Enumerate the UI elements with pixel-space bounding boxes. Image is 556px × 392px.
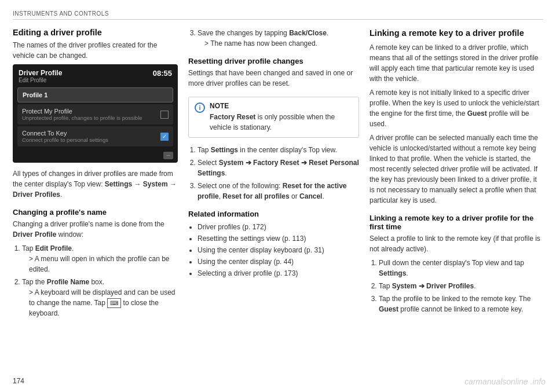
protect-profile-sub: Unprotected profile, changes to profile …	[22, 115, 142, 121]
related-info-list: Driver profiles (p. 172) Resetting the s…	[188, 222, 359, 279]
related-info-title: Related information	[188, 210, 359, 218]
linking-steps: Pull down the center display's Top view …	[370, 258, 543, 314]
linking-first-time-section: Linking a remote key to a driver profile…	[370, 214, 543, 314]
step-1-sub: A menu will open in which the profile ca…	[22, 254, 178, 274]
reset-steps: Tap Settings in the center display's Top…	[188, 145, 359, 202]
factory-reset-bold: Factory Reset	[210, 113, 255, 121]
changing-profile-title: Changing a profile's name	[13, 208, 178, 217]
page-header: INSTRUMENTS AND CONTROLS	[13, 10, 543, 20]
resetting-title: Resetting driver profile changes	[188, 57, 359, 65]
linking-body-3: A driver profile can be selected manuall…	[370, 133, 543, 206]
driver-profile-link: Driver Profile	[13, 230, 56, 239]
reset-step-1: Tap Settings in the center display's Top…	[197, 145, 359, 155]
left-column: Editing a driver profile The names of th…	[13, 28, 178, 376]
related-item-3: Using the center display keyboard (p. 31…	[197, 245, 359, 255]
arrow-3: ➔	[301, 159, 307, 167]
header-label: INSTRUMENTS AND CONTROLS	[13, 10, 109, 17]
step-2-sub: A keyboard will be displayed and can be …	[22, 287, 178, 318]
arrow-2: ➔	[246, 159, 251, 167]
reset-all-bold: Reset for all profiles	[222, 192, 289, 200]
linking-step-3: Tap the profile to be linked to the remo…	[379, 294, 543, 314]
changing-profile-section: Changing a profile's name Changing a dri…	[13, 208, 178, 318]
arrow2: →	[170, 180, 177, 188]
connect-key-checkbox[interactable]: ✓	[160, 133, 169, 141]
step3-list: Save the changes by tapping Back/Close. …	[188, 28, 359, 49]
protect-profile-label: Protect My Profile	[22, 108, 142, 115]
linking-remote-key-title: Linking a remote key to a driver profile	[370, 28, 543, 39]
linking-body-1: A remote key can be linked to a driver p…	[370, 42, 543, 84]
arrow1: →	[134, 180, 141, 188]
profile-ui-header: Driver Profile Edit Profile 08:55	[13, 64, 178, 86]
guest-bold-2: Guest	[379, 305, 398, 313]
page-container: INSTRUMENTS AND CONTROLS Editing a drive…	[0, 0, 556, 392]
driver-profiles-bold-2: Driver Profiles	[426, 282, 474, 290]
settings-btn[interactable]: ···	[163, 152, 173, 159]
info-icon: i	[195, 102, 205, 113]
profile-ui-mockup: Driver Profile Edit Profile 08:55 Profil…	[13, 64, 178, 163]
profile-ui-time: 08:55	[153, 69, 172, 78]
profile-item-1[interactable]: Profile 1	[17, 87, 173, 102]
related-item-5: Selecting a driver profile (p. 173)	[197, 268, 359, 279]
settings-bold-3: Settings	[379, 269, 406, 277]
editing-profile-body: The names of the driver profiles created…	[13, 40, 178, 61]
profile-ui-subtitle: Edit Profile	[19, 77, 62, 83]
editing-profile-title: Editing a driver profile	[13, 28, 178, 37]
reset-step-2: Select System ➔ Factory Reset ➔ Reset Pe…	[197, 157, 359, 178]
linking-body-2: A remote key is not initially linked to …	[370, 87, 543, 129]
step-3-sub: The name has now been changed.	[197, 38, 359, 49]
system-bold: System	[143, 180, 168, 188]
system-bold-2: System	[219, 159, 244, 167]
guest-bold-1: Guest	[467, 109, 487, 118]
related-item-2: Resetting the settings view (p. 113)	[197, 233, 359, 244]
profile-ui-title: Driver Profile	[19, 69, 62, 77]
all-changes-body: All types of changes in driver profiles …	[13, 168, 178, 200]
profile-item-connect[interactable]: Connect To Key Connect profile to person…	[17, 126, 173, 146]
resetting-section: Resetting driver profile changes Setting…	[188, 57, 359, 89]
arrow-4: ➔	[419, 282, 425, 290]
back-close-bold: Back/Close	[289, 29, 327, 37]
linking-step-1: Pull down the center display's Top view …	[379, 258, 543, 279]
step-3-save: Save the changes by tapping Back/Close. …	[197, 28, 359, 49]
linking-first-time-title: Linking a remote key to a driver profile…	[370, 214, 543, 231]
columns-layout: Editing a driver profile The names of th…	[13, 28, 543, 376]
resetting-body: Settings that have been changed and save…	[188, 68, 359, 89]
middle-column: Save the changes by tapping Back/Close. …	[188, 28, 359, 376]
right-column: Linking a remote key to a driver profile…	[370, 28, 543, 376]
step-1: Tap Edit Profile. A menu will open in wh…	[22, 243, 178, 274]
profile-item-protect[interactable]: Protect My Profile Unprotected profile, …	[17, 104, 173, 124]
linking-first-time-body: Select a profile to link to the remote k…	[370, 233, 543, 254]
linking-remote-key-section: Linking a remote key to a driver profile…	[370, 28, 543, 206]
edit-profile-bold: Edit Profile	[35, 244, 72, 252]
watermark: carmanualsonline .info	[464, 377, 546, 386]
connect-key-label: Connect To Key	[22, 130, 108, 137]
changing-profile-steps: Tap Edit Profile. A menu will open in wh…	[13, 243, 178, 318]
related-item-4: Using the center display (p. 44)	[197, 257, 359, 267]
connect-key-sub: Connect profile to personal settings	[22, 137, 108, 143]
driver-profiles-bold: Driver Profiles	[13, 190, 60, 199]
linking-step-2: Tap System ➔ Driver Profiles.	[379, 281, 543, 291]
related-info: Related information Driver profiles (p. …	[188, 210, 359, 279]
changing-profile-body: Changing a driver profile's name is done…	[13, 219, 178, 240]
factory-reset-bold-2: Factory Reset	[253, 159, 299, 167]
related-item-1: Driver profiles (p. 172)	[197, 222, 359, 232]
step-2: Tap the Profile Name box. A keyboard wil…	[22, 277, 178, 318]
cancel-bold: Cancel	[299, 192, 322, 200]
editing-profile-section: Editing a driver profile The names of th…	[13, 28, 178, 200]
profile-item-1-label: Profile 1	[23, 91, 47, 98]
settings-bold: Settings	[105, 180, 132, 188]
protect-profile-checkbox[interactable]	[160, 111, 169, 119]
system-bold-3: System	[392, 282, 417, 290]
keyboard-icon: ⌨	[107, 298, 121, 308]
step3-section: Save the changes by tapping Back/Close. …	[188, 28, 359, 49]
note-content: NOTE Factory Reset is only possible when…	[210, 102, 353, 133]
note-body: Factory Reset is only possible when the …	[210, 112, 353, 133]
reset-step-3: Select one of the following: Reset for t…	[197, 181, 359, 202]
note-box: i NOTE Factory Reset is only possible wh…	[188, 97, 359, 138]
settings-bold-2: Settings	[211, 146, 238, 154]
note-title: NOTE	[210, 102, 353, 110]
profile-name-bold: Profile Name	[47, 278, 89, 286]
page-number: 174	[13, 377, 24, 385]
